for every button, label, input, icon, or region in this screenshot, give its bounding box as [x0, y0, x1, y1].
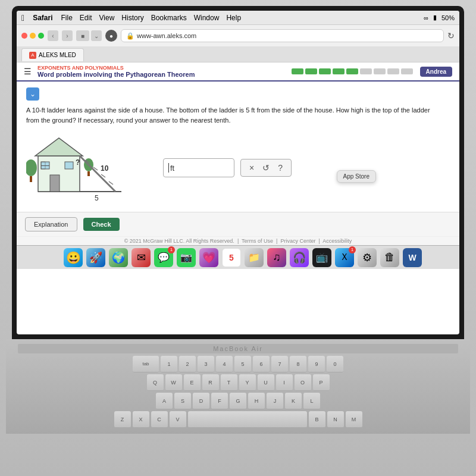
menu-edit[interactable]: Edit — [80, 14, 92, 22]
dock-launchpad[interactable]: 🚀 — [86, 248, 105, 267]
menubar-left:  Safari File Edit View History Bookmark… — [21, 13, 241, 23]
dock-safari[interactable]: 🌍 — [109, 248, 128, 267]
laptop-body:  Safari File Edit View History Bookmark… — [0, 0, 476, 476]
dock-podcasts[interactable]: 🎧 — [290, 248, 309, 267]
key-7[interactable]: 7 — [271, 356, 288, 372]
hamburger-menu[interactable]: ☰ — [24, 67, 32, 76]
menu-file[interactable]: File — [61, 14, 72, 22]
key-space[interactable] — [188, 411, 307, 428]
key-8[interactable]: 8 — [290, 356, 306, 372]
key-e[interactable]: E — [184, 374, 201, 391]
key-t[interactable]: T — [221, 374, 237, 391]
key-p[interactable]: P — [313, 374, 330, 391]
wifi-icon: ∞ — [424, 14, 428, 21]
tab-bar: A ALEKS MLED — [17, 46, 459, 62]
maximize-button[interactable] — [38, 33, 44, 39]
key-x[interactable]: X — [133, 411, 149, 428]
key-1[interactable]: 1 — [161, 356, 177, 372]
key-l[interactable]: L — [303, 393, 320, 409]
bottom-bar: Explanation Check — [17, 212, 459, 236]
answer-input[interactable]: ft — [163, 158, 234, 177]
menu-window[interactable]: Window — [194, 14, 220, 22]
menu-help[interactable]: Help — [226, 14, 241, 22]
dock-tv[interactable]: 📺 — [312, 248, 331, 267]
menubar-right: ∞ ▮ 50% — [424, 14, 455, 21]
key-z[interactable]: Z — [114, 411, 131, 428]
key-u[interactable]: U — [258, 374, 274, 391]
key-f[interactable]: F — [211, 393, 228, 409]
url-text: www-awn.aleks.com — [137, 32, 196, 39]
dock-music[interactable]: ♫ — [267, 248, 286, 267]
key-m[interactable]: M — [346, 411, 362, 428]
apple-icon:  — [21, 13, 24, 23]
key-h[interactable]: H — [248, 393, 265, 409]
chevron-down-button[interactable]: ⌄ — [26, 87, 39, 101]
key-g[interactable]: G — [230, 393, 246, 409]
screen-bezel:  Safari File Edit View History Bookmark… — [12, 6, 464, 339]
progress-seg-7 — [374, 68, 386, 74]
answer-unit: ft — [170, 164, 174, 173]
dock-finder2[interactable]: 📁 — [245, 248, 264, 267]
key-5[interactable]: 5 — [234, 356, 251, 372]
dock-mail[interactable]: ✉ — [131, 248, 151, 267]
key-4[interactable]: 4 — [216, 356, 233, 372]
back-button[interactable]: ‹ — [48, 30, 58, 41]
browser-tab[interactable]: A ALEKS MLED — [21, 48, 84, 61]
key-o[interactable]: O — [295, 374, 311, 391]
key-v[interactable]: V — [170, 411, 186, 428]
key-y[interactable]: Y — [239, 374, 256, 391]
svg-rect-3 — [50, 175, 60, 192]
key-tab[interactable]: tab — [133, 356, 159, 372]
key-3[interactable]: 3 — [198, 356, 214, 372]
progress-seg-6 — [360, 68, 372, 74]
key-n[interactable]: N — [327, 411, 344, 428]
key-d[interactable]: D — [193, 393, 209, 409]
privacy-link[interactable]: Privacy Center — [280, 238, 315, 244]
battery-icon: ▮ — [433, 14, 437, 21]
key-k[interactable]: K — [285, 393, 302, 409]
explanation-button[interactable]: Explanation — [25, 217, 77, 231]
dock-calendar[interactable]: 5 — [222, 248, 241, 267]
key-w[interactable]: W — [165, 374, 182, 391]
key-i[interactable]: I — [276, 374, 293, 391]
refresh-icon[interactable]: ↻ — [447, 31, 455, 40]
app-name: Safari — [33, 14, 52, 22]
forward-button[interactable]: › — [62, 30, 73, 41]
dock-prefs[interactable]: ⚙ — [358, 248, 377, 267]
menu-history[interactable]: History — [121, 14, 143, 22]
help-button[interactable]: ? — [275, 162, 285, 174]
tab-chevron[interactable]: ⌄ — [91, 30, 102, 41]
dock-trash[interactable]: 🗑 — [380, 248, 399, 267]
address-bar[interactable]: 🔒 www-awn.aleks.com — [121, 29, 444, 42]
dock-photos[interactable]: 💗 — [199, 248, 218, 267]
key-b[interactable]: B — [309, 411, 325, 428]
dock-facetime[interactable]: 📷 — [177, 248, 196, 267]
browser-toolbar: ‹ › ■ ⌄ ● 🔒 www-awn.aleks.com ↻ — [17, 25, 459, 46]
dock-messages[interactable]: 💬1 — [154, 248, 173, 267]
key-6[interactable]: 6 — [253, 356, 270, 372]
key-j[interactable]: J — [267, 393, 283, 409]
key-s[interactable]: S — [174, 393, 191, 409]
key-r[interactable]: R — [202, 374, 219, 391]
key-q[interactable]: Q — [147, 374, 164, 391]
key-0[interactable]: 0 — [327, 356, 343, 372]
key-9[interactable]: 9 — [308, 356, 325, 372]
close-button[interactable] — [21, 33, 27, 39]
key-a[interactable]: A — [156, 393, 173, 409]
minimize-button[interactable] — [30, 33, 36, 39]
key-c[interactable]: C — [151, 411, 168, 428]
terms-link[interactable]: Terms of Use — [242, 238, 273, 244]
check-button[interactable]: Check — [83, 218, 120, 231]
battery-level: 50% — [441, 14, 455, 21]
accessibility-link[interactable]: Accessibility — [322, 238, 352, 244]
key-2[interactable]: 2 — [179, 356, 196, 372]
menu-view[interactable]: View — [99, 14, 115, 22]
menu-bookmarks[interactable]: Bookmarks — [151, 14, 187, 22]
progress-seg-4 — [333, 68, 345, 74]
tab-overview-button[interactable]: ■ — [76, 30, 89, 41]
multiply-button[interactable]: × — [247, 162, 256, 174]
dock-word[interactable]: W — [403, 248, 422, 267]
dock-appstore[interactable]: Ｘ1 — [335, 248, 354, 267]
dock-finder[interactable]: 😀 — [64, 248, 83, 267]
undo-button[interactable]: ↺ — [260, 162, 272, 174]
